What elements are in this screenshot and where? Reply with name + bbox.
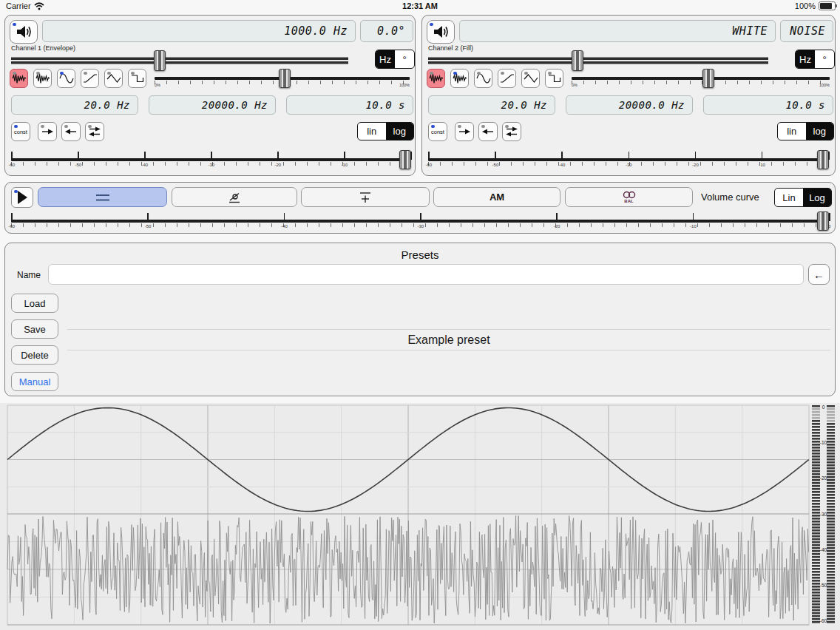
master-volume-slider-handle[interactable] [817,211,829,231]
ch1-wave-ramp-button[interactable] [81,69,99,88]
ch1-const-button[interactable]: const [11,122,30,141]
ch2-scale-log[interactable]: log [806,123,834,140]
ch2-sweep-down-button[interactable] [478,122,498,141]
ch2-phase-display[interactable]: NOISE [780,20,833,42]
speaker-icon [432,24,450,40]
ch1-sweep-updown-button[interactable] [85,122,104,141]
mode-balance-button[interactable]: BAL [565,187,693,207]
ch1-level-slider[interactable]: -60-50-40-30-20-10 [11,149,410,171]
ch1-coarse-slider[interactable] [11,51,348,70]
master-volume-slider[interactable]: -60-50-40-30-20-100 [11,211,829,231]
ch1-percent-slider[interactable]: 0% 100% [155,69,410,88]
mode-sweep-button[interactable] [172,187,297,207]
ch1-sweep-up-button[interactable] [38,122,57,141]
slider-major-tick: -50 [147,213,149,221]
slider-major-tick: -30 [211,152,212,160]
save-button[interactable]: Save [11,319,58,339]
battery-percent: 100% [795,1,816,10]
ch2-wave-ramp-button[interactable] [498,69,516,88]
ch2-unit-toggle[interactable]: Hz ° [795,50,835,69]
mode-am-button[interactable]: AM [433,187,560,207]
ch2-const-button[interactable]: const [428,122,447,141]
slider-major-tick: -20 [695,152,697,160]
ch1-scale-lin[interactable]: lin [358,123,386,140]
ch2-unit-hz[interactable]: Hz [796,50,815,68]
pct-max-label: 100% [399,83,410,87]
ch2-range-low-field[interactable]: 20.0 Hz [428,95,555,115]
ch2-wave-noise2-button[interactable] [450,69,469,88]
slider-major-tick: -10 [344,152,345,160]
play-icon [16,190,29,205]
channel-1-panel: 1000.0 Hz 0.0° Channel 1 (Envelope) Hz ° [4,15,416,176]
ch2-scale-lin[interactable]: lin [778,123,806,140]
ch1-phase-display[interactable]: 0.0° [360,20,413,42]
ch2-sweep-up-button[interactable] [455,122,474,141]
preset-list-item[interactable]: Example preset [67,329,830,350]
mode-parallel-button[interactable] [38,187,167,207]
ch1-level-slider-handle[interactable] [399,150,411,169]
ch2-range-high-field[interactable]: 20000.0 Hz [566,95,693,115]
play-button[interactable] [11,187,33,208]
speaker-icon [15,24,33,40]
ch2-unit-deg[interactable]: ° [815,50,834,68]
ch1-range-high-field[interactable]: 20000.0 Hz [149,95,276,115]
mode-mix-button[interactable] [301,187,430,207]
volume-curve-toggle[interactable]: Lin Log [774,188,832,207]
svg-text:-50: -50 [820,583,827,588]
ch2-coarse-slider-handle[interactable] [572,50,583,71]
svg-text:-10: -10 [820,440,827,445]
ch1-wave-noise-button[interactable] [10,69,28,88]
ch1-wave-triangle-button[interactable] [104,69,123,88]
preset-name-input[interactable] [48,264,804,285]
ch2-level-slider-handle[interactable] [817,150,829,169]
ch2-wave-square-button[interactable] [545,69,563,88]
ch2-percent-slider[interactable]: 0% 100% [572,69,830,88]
ch2-wave-sine-button[interactable] [474,69,492,88]
ch1-sweep-down-button[interactable] [61,122,81,141]
ch1-unit-toggle[interactable]: Hz ° [375,50,415,69]
slider-major-tick: -20 [277,152,279,160]
ch1-unit-deg[interactable]: ° [395,50,414,68]
indicator-dot [13,23,16,27]
ch2-level-slider[interactable]: -60-50-40-30-20-10 [428,149,828,171]
ch2-main-display[interactable]: WHITE [459,20,776,42]
pct-min-label: 0% [155,83,160,87]
ch2-duration-field[interactable]: 10.0 s [703,95,833,115]
manual-button[interactable]: Manual [11,372,58,391]
pct-min-label: 0% [572,83,578,87]
svg-text:-30: -30 [820,512,827,517]
ch1-duration-field[interactable]: 10.0 s [286,95,413,115]
channel-2-panel: WHITE NOISE Channel 2 (Fill) Hz ° [421,15,836,176]
slider-major-tick: -10 [762,152,763,160]
battery-icon [819,1,836,10]
ch2-coarse-slider[interactable] [428,51,768,70]
curve-log[interactable]: Log [803,189,831,206]
ch1-mute-button[interactable] [10,20,38,44]
slider-major-tick [828,152,830,160]
slider-major-tick: -20 [556,213,558,221]
slider-major-tick: -60 [11,213,13,221]
preset-back-button[interactable]: ← [808,264,830,285]
ch1-coarse-slider-handle[interactable] [154,50,166,71]
ch1-wave-sine-button[interactable] [57,69,75,88]
ch2-wave-noise-button[interactable] [427,69,445,88]
ch2-wave-triangle-button[interactable] [521,69,540,88]
ch1-unit-hz[interactable]: Hz [376,50,395,68]
delete-button[interactable]: Delete [11,345,58,365]
curve-lin[interactable]: Lin [775,189,803,206]
ch1-wave-square-button[interactable] [128,69,146,88]
ch2-scale-toggle[interactable]: lin log [777,122,834,140]
ch2-percent-slider-handle[interactable] [702,69,714,88]
ch1-main-display[interactable]: 1000.0 Hz [42,20,356,42]
ch1-percent-slider-handle[interactable] [279,69,291,88]
load-button[interactable]: Load [11,294,58,313]
ch1-scale-log[interactable]: log [386,123,414,140]
arrow-right-icon [41,126,54,137]
slash-circle-icon [224,191,245,204]
scope-canvas: 0-10-20-30-40-50-60 [0,403,840,630]
ch1-range-low-field[interactable]: 20.0 Hz [11,95,138,115]
ch2-sweep-updown-button[interactable] [502,122,521,141]
ch2-mute-button[interactable] [427,20,455,44]
ch1-wave-noise2-button[interactable] [33,69,52,88]
ch1-scale-toggle[interactable]: lin log [357,122,414,140]
